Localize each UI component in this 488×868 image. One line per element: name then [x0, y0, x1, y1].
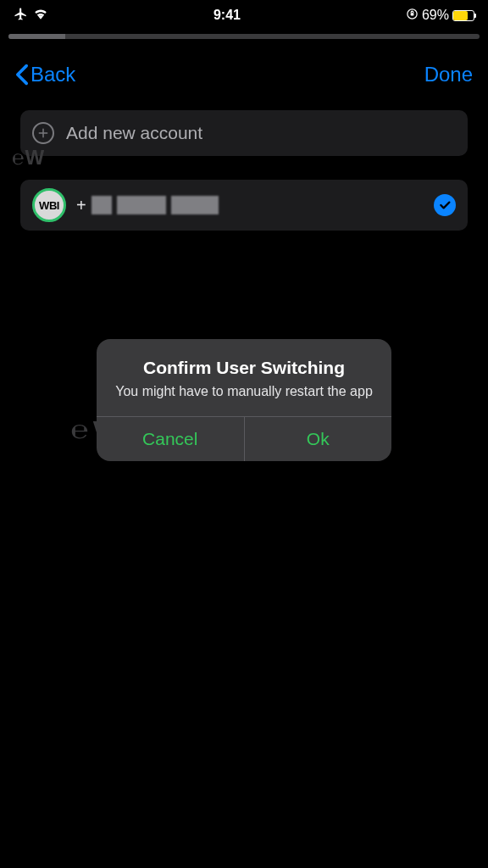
phone-plus: + [76, 196, 86, 215]
battery-percent: 69% [422, 8, 449, 23]
status-right: 69% [406, 8, 474, 24]
avatar-text: WBI [39, 199, 59, 212]
battery-icon [452, 10, 474, 21]
dialog-message: You might have to manually restart the a… [112, 383, 376, 401]
back-label: Back [30, 63, 75, 86]
wifi-icon [33, 8, 48, 23]
plus-circle-icon [32, 122, 54, 144]
phone-number: + [76, 196, 434, 215]
status-bar: 9:41 69% [0, 0, 488, 31]
ok-button[interactable]: Ok [245, 417, 392, 461]
orientation-lock-icon [406, 8, 419, 24]
airplane-icon [14, 7, 28, 25]
watermark: ℮W [12, 146, 45, 170]
chevron-left-icon [15, 64, 29, 86]
confirm-dialog: Confirm User Switching You might have to… [97, 339, 391, 461]
avatar: WBI [32, 188, 66, 222]
dialog-title: Confirm User Switching [112, 358, 376, 378]
add-account-label: Add new account [66, 123, 202, 143]
status-left [14, 7, 48, 25]
redacted-number [92, 196, 219, 214]
done-button[interactable]: Done [424, 63, 473, 86]
add-account-row[interactable]: Add new account [20, 110, 468, 156]
back-button[interactable]: Back [15, 63, 75, 86]
account-row[interactable]: WBI + [20, 180, 468, 231]
progress-bar [8, 34, 480, 39]
nav-bar: Back Done [0, 49, 488, 110]
status-time: 9:41 [214, 8, 241, 23]
selected-checkmark-icon [434, 194, 456, 216]
svg-rect-1 [411, 13, 414, 15]
cancel-button[interactable]: Cancel [97, 417, 245, 461]
